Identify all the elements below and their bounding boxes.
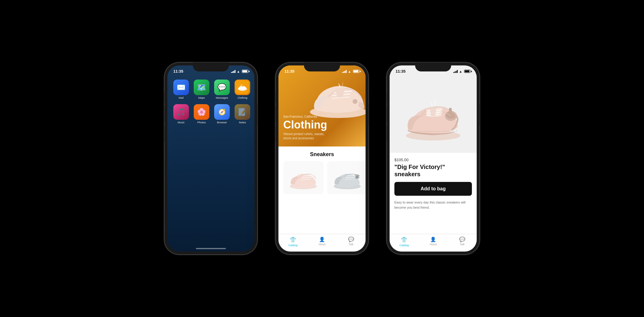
phone-2: 11:35 ▲	[275, 62, 369, 255]
app-notes[interactable]: 📝 Notes	[235, 104, 250, 124]
app-photos[interactable]: 🌸 Photos	[194, 104, 209, 124]
notes-label: Notes	[239, 121, 246, 124]
talk-tab-label-2: Talk	[349, 243, 354, 246]
browser-label: Browser	[217, 121, 227, 124]
talk-tab-icon-2: 💬	[348, 237, 354, 242]
product-detail-hero	[390, 75, 477, 153]
volume-down-button-3[interactable]	[387, 125, 387, 142]
mute-button-2[interactable]	[275, 92, 276, 103]
signal-bar-4	[235, 70, 235, 73]
product-price: $105.00	[394, 158, 472, 162]
notes-icon-bg: 📝	[235, 104, 250, 120]
volume-up-button-3[interactable]	[387, 106, 387, 122]
tab-bar-2: 👕 Catalog 👤 About 💬 Talk	[278, 234, 366, 252]
wifi-icon-3: ▲	[459, 70, 462, 73]
about-tab-label-2: About	[318, 243, 326, 246]
talk-tab-label-3: Talk	[460, 243, 465, 246]
tab-talk-3[interactable]: 💬 Talk	[448, 237, 477, 247]
app-grid: ✉️ Mail 🗺️ Maps 💬 Messages	[167, 75, 254, 128]
volume-up-button-2[interactable]	[275, 106, 276, 122]
svg-point-8	[353, 99, 357, 104]
music-icon-bg: 🎵	[173, 104, 189, 120]
photos-icon-bg: 🌸	[194, 104, 209, 120]
mail-icon-bg: ✉️	[173, 80, 189, 95]
about-tab-label-3: About	[430, 243, 437, 246]
signal-bar-2-2	[343, 71, 344, 73]
status-time-2: 11:35	[284, 69, 294, 74]
music-label: Music	[178, 121, 185, 124]
product-card-pink[interactable]	[283, 161, 324, 194]
catalog-tab-label-2: Catalog	[288, 244, 298, 247]
volume-up-button[interactable]	[164, 106, 165, 122]
section-title: Sneakers	[283, 151, 361, 158]
status-icons-2: ▲	[342, 70, 360, 73]
status-time-3: 11:35	[396, 69, 406, 74]
product-detail-content: $105.00 "Dig For Victory!" sneakers Add …	[390, 153, 477, 234]
battery-icon-3	[464, 70, 471, 73]
add-to-bag-button[interactable]: Add to bag	[394, 182, 472, 196]
mute-button[interactable]	[164, 92, 165, 103]
power-button[interactable]	[257, 104, 257, 125]
messages-label: Messages	[216, 96, 228, 99]
talk-tab-icon-3: 💬	[459, 237, 465, 242]
app-browser[interactable]: 🧭 Browser	[214, 104, 230, 124]
signal-bar-3-4	[457, 70, 458, 73]
signal-bar-3-3	[456, 71, 457, 73]
messages-icon-bg: 💬	[214, 80, 230, 95]
volume-down-button-2[interactable]	[275, 125, 276, 142]
mute-button-3[interactable]	[387, 92, 387, 103]
power-button-3[interactable]	[479, 104, 480, 125]
svg-point-18	[356, 176, 358, 178]
battery-fill-3	[465, 70, 469, 72]
svg-rect-26	[449, 108, 452, 113]
maps-icon-bg: 🗺️	[194, 80, 209, 95]
product-grid	[283, 161, 361, 194]
app-mail[interactable]: ✉️ Mail	[173, 80, 189, 99]
catalog-section: Sneakers	[278, 146, 366, 234]
catalog-tab-icon-3: 👕	[401, 237, 407, 243]
signal-icon-3	[453, 70, 458, 73]
signal-bar-3-2	[454, 71, 455, 73]
phone3-screen: 11:35 ▲	[390, 65, 477, 252]
status-icons-3: ▲	[453, 70, 471, 73]
signal-bar-2-3	[345, 71, 345, 73]
signal-bar-3-1	[453, 72, 454, 73]
wifi-icon: ▲	[237, 70, 240, 73]
signal-bar-2-4	[346, 70, 347, 73]
wifi-icon-2: ▲	[348, 70, 351, 73]
signal-icon-2	[342, 70, 347, 73]
tab-talk-2[interactable]: 💬 Talk	[336, 237, 366, 247]
catalog-tab-icon-2: 👕	[290, 237, 296, 243]
signal-bar-2-1	[342, 72, 343, 73]
battery-icon-2	[353, 70, 360, 73]
status-bar-3: 11:35 ▲	[390, 65, 477, 75]
browser-icon-bg: 🧭	[214, 104, 230, 120]
power-button-2[interactable]	[368, 104, 369, 125]
status-icons-1: ▲	[231, 70, 248, 73]
app-music[interactable]: 🎵 Music	[173, 104, 189, 124]
status-time-1: 11:35	[173, 69, 183, 74]
app-maps[interactable]: 🗺️ Maps	[194, 80, 209, 99]
clothing-label: Clothing	[237, 96, 247, 99]
volume-down-button[interactable]	[164, 125, 165, 142]
photos-label: Photos	[197, 121, 206, 124]
tab-catalog-2[interactable]: 👕 Catalog	[278, 237, 308, 247]
status-bar-1: 11:35 ▲	[167, 65, 254, 75]
tab-about-2[interactable]: 👤 About	[308, 237, 337, 247]
hero-location: San-Francisco, California	[283, 115, 331, 118]
signal-bar-2	[232, 71, 233, 73]
battery-fill-2	[354, 70, 358, 72]
phone1-screen: 11:35 ▲ ✉️ Mail 🗺️	[167, 65, 254, 252]
app-messages[interactable]: 💬 Messages	[214, 80, 230, 99]
product-card-grey[interactable]	[327, 161, 366, 194]
about-tab-icon-3: 👤	[430, 237, 436, 242]
maps-label: Maps	[198, 96, 205, 99]
tab-catalog-3[interactable]: 👕 Catalog	[390, 237, 419, 247]
hero-content: San-Francisco, California Clothing Vibra…	[283, 115, 331, 140]
phone-1: 11:35 ▲ ✉️ Mail 🗺️	[164, 62, 257, 255]
hero-title: Clothing	[283, 119, 331, 130]
status-bar-2: 11:35 ▲	[278, 65, 366, 75]
battery-icon	[242, 70, 248, 73]
app-clothing[interactable]: Clothing	[235, 80, 250, 99]
tab-about-3[interactable]: 👤 About	[419, 237, 448, 247]
